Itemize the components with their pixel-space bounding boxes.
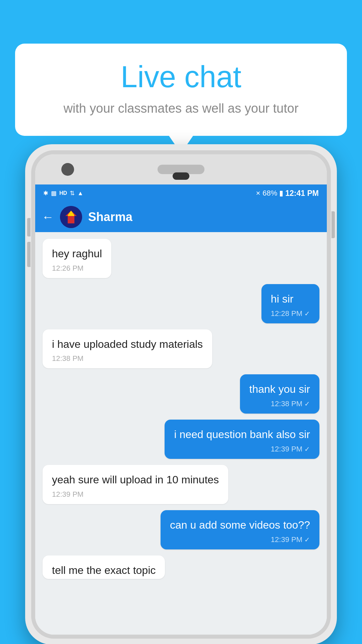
message-text: i need question bank also sir [174, 427, 310, 442]
message-time: 12:38 PM ✓ [249, 399, 310, 408]
bubble-title: Live chat [35, 60, 327, 94]
wifi-icon: ▲ [77, 190, 83, 197]
check-icon: ✓ [304, 310, 310, 318]
check-icon: ✓ [304, 400, 310, 408]
message-time: 12:26 PM [52, 264, 102, 273]
phone-screen: ✱ ▩ HD ⇅ ▲ ✕ 68% ▮ 12:41 PM [35, 184, 327, 635]
bubble-subtitle: with your classmates as well as your tut… [35, 100, 327, 117]
message-text: hey raghul [52, 246, 102, 261]
status-right-info: ✕ 68% ▮ 12:41 PM [256, 189, 319, 198]
data-icon: ⇅ [70, 190, 75, 197]
message-text: thank you sir [249, 382, 310, 397]
battery-icon: ▮ [279, 189, 283, 198]
message-8: tell me the exact topic [43, 555, 165, 579]
contact-name: Sharma [88, 210, 132, 224]
volume-down-button [27, 242, 31, 267]
volume-up-button [27, 218, 31, 236]
message-1: hey raghul 12:26 PM [43, 239, 111, 278]
status-time: 12:41 PM [285, 189, 319, 198]
message-time: 12:39 PM [52, 490, 219, 499]
vibrate-icon: ▩ [51, 190, 57, 197]
message-time: 12:39 PM ✓ [174, 445, 310, 453]
avatar [60, 206, 82, 228]
phone-top-bar [35, 154, 327, 184]
message-4: thank you sir 12:38 PM ✓ [240, 374, 319, 414]
speech-bubble: Live chat with your classmates as well a… [15, 44, 347, 136]
message-6: yeah sure will upload in 10 minutes 12:3… [43, 465, 228, 504]
message-2: hi sir 12:28 PM ✓ [261, 284, 319, 323]
volume-buttons [27, 218, 31, 267]
message-5: i need question bank also sir 12:39 PM ✓ [165, 420, 319, 459]
power-button-shape [331, 211, 335, 238]
phone-mockup: ✱ ▩ HD ⇅ ▲ ✕ 68% ▮ 12:41 PM [25, 144, 337, 644]
signal-crossed-icon: ✕ [256, 190, 260, 197]
message-text: yeah sure will upload in 10 minutes [52, 472, 219, 487]
chat-header: ← Sharma [35, 202, 327, 232]
status-left-icons: ✱ ▩ HD ⇅ ▲ [43, 190, 83, 197]
back-button[interactable]: ← [42, 210, 54, 224]
power-button [331, 211, 335, 238]
check-icon: ✓ [304, 536, 310, 544]
phone-inner: ✱ ▩ HD ⇅ ▲ ✕ 68% ▮ 12:41 PM [31, 150, 331, 639]
superman-avatar-icon [60, 206, 82, 228]
message-text: hi sir [271, 291, 310, 307]
message-text: i have uploaded study materials [52, 337, 203, 352]
hd-icon: HD [59, 190, 67, 196]
check-icon: ✓ [304, 445, 310, 453]
message-text: tell me the exact topic [52, 563, 156, 578]
phone-screen-container: ✱ ▩ HD ⇅ ▲ ✕ 68% ▮ 12:41 PM [35, 154, 327, 635]
status-bar: ✱ ▩ HD ⇅ ▲ ✕ 68% ▮ 12:41 PM [35, 184, 327, 202]
chat-body: hey raghul 12:26 PM hi sir 12:28 PM ✓ [35, 232, 327, 635]
message-7: can u add some videos too?? 12:39 PM ✓ [161, 510, 319, 549]
message-text: can u add some videos too?? [170, 518, 310, 533]
promo-card: Live chat with your classmates as well a… [15, 44, 347, 136]
message-3: i have uploaded study materials 12:38 PM [43, 329, 212, 369]
message-time: 12:38 PM [52, 354, 203, 363]
phone-earpiece [173, 172, 189, 180]
phone-camera [61, 163, 74, 176]
bluetooth-icon: ✱ [43, 190, 48, 197]
phone-outer: ✱ ▩ HD ⇅ ▲ ✕ 68% ▮ 12:41 PM [25, 144, 337, 644]
message-time: 12:39 PM ✓ [170, 535, 310, 544]
message-time: 12:28 PM ✓ [271, 309, 310, 318]
battery-percent: 68% [262, 189, 277, 198]
